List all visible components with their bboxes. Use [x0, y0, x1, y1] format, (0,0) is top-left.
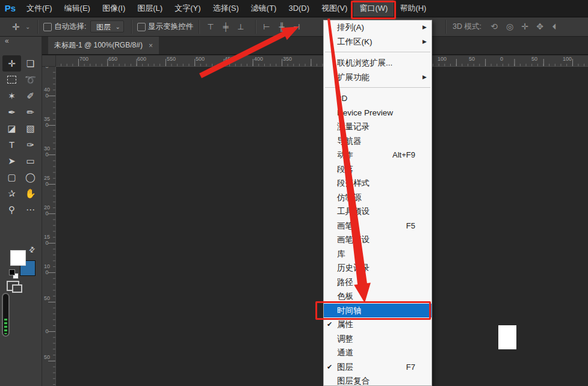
dropdown-value: 图层 [96, 23, 111, 31]
lasso-tool[interactable]: ➰ [21, 72, 40, 88]
menu-item-paragraph[interactable]: 段落 [324, 162, 432, 177]
tool-preset-caret-icon[interactable]: ⌄ [25, 17, 30, 36]
auto-select-target-dropdown[interactable]: 图层⌄ [90, 20, 124, 32]
eyedropper-tool[interactable]: ✒ [2, 104, 21, 120]
menu-item-extensions[interactable]: 扩展功能▶ [324, 70, 432, 85]
screen-mode-icon[interactable] [12, 284, 22, 293]
rounded-rectangle-tool[interactable]: ▢ [2, 169, 21, 185]
pen-tool[interactable]: ✑ [21, 136, 40, 153]
menu-item-channels[interactable]: 通道 [324, 346, 432, 360]
menu-separator [324, 84, 432, 91]
options-bar: ✛ ⌄ 自动选择: 图层⌄ 显示变换控件 ⊤╪⊥⊢╫⊣ 3D 模式: ⟲◎✛✥⏴ [0, 17, 588, 37]
zoom-tool[interactable]: ⚲ [2, 201, 21, 218]
foreground-color-swatch[interactable] [10, 250, 26, 266]
menu-item-label: 画笔预设 [337, 235, 370, 244]
align-bottom-edges-icon[interactable]: ⊥ [235, 17, 247, 36]
show-transform-checkbox[interactable] [137, 23, 146, 31]
menu-item-layers[interactable]: 图层✔F7 [324, 360, 432, 375]
menubar-item-window[interactable]: 窗口(W) [353, 0, 394, 17]
menu-item-clone-source[interactable]: 仿制源 [324, 191, 432, 205]
auto-select-label: 自动选择: [54, 17, 86, 36]
brush-tool[interactable]: ✐ [21, 88, 40, 104]
default-colors-icon[interactable] [9, 269, 15, 275]
collapse-panel-icon[interactable]: « [5, 37, 9, 45]
orbit-3d-icon[interactable]: ⟲ [487, 17, 501, 36]
more-tools[interactable]: ⋯ [21, 201, 40, 218]
menu-item-arrange[interactable]: 排列(A)▶ [324, 20, 432, 35]
ruler-origin-corner [42, 55, 56, 67]
options-separator [37, 20, 39, 34]
menubar-item-filter[interactable]: 滤镜(T) [245, 0, 283, 17]
menubar-item-3d[interactable]: 3D(D) [282, 0, 315, 17]
menu-item-device-preview[interactable]: Device Preview [324, 106, 432, 120]
hand-tool[interactable]: ✋ [21, 185, 40, 201]
menubar-item-select[interactable]: 选择(S) [206, 0, 244, 17]
menu-item-properties[interactable]: 属性✔ [324, 317, 432, 332]
eraser-tool[interactable]: ◪ [2, 120, 21, 136]
custom-shape-tool[interactable]: ✰ [2, 185, 21, 201]
menu-item-label: 扩展功能 [337, 73, 370, 82]
menu-item-brush[interactable]: 画笔F5 [324, 219, 432, 233]
move-tool[interactable]: ✛ [2, 55, 21, 72]
menubar-item-edit[interactable]: 编辑(E) [58, 0, 96, 17]
align-right-edges-icon[interactable]: ⊣ [291, 17, 303, 36]
roll-3d-icon[interactable]: ◎ [503, 17, 516, 36]
rectangle-tool[interactable]: ▭ [21, 153, 40, 169]
swap-colors-icon[interactable]: ⇄ [27, 244, 37, 254]
slide-3d-icon[interactable]: ✥ [533, 17, 546, 36]
menu-item-browse-extensions-online[interactable]: 联机浏览扩展... [324, 56, 432, 70]
auto-select-checkbox[interactable] [43, 23, 52, 31]
menu-item-swatches[interactable]: 色板 [324, 289, 432, 304]
v-ruler-label: 400 [44, 87, 50, 99]
menu-item-timeline[interactable]: 时间轴 [324, 304, 432, 318]
align-left-edges-icon[interactable]: ⊢ [261, 17, 273, 36]
menubar-item-type[interactable]: 文字(Y) [169, 0, 206, 17]
path-select-tool[interactable]: ➤ [2, 153, 21, 169]
menu-item-tool-presets[interactable]: 工具预设 [324, 204, 432, 219]
type-tool[interactable]: T [2, 136, 21, 153]
gradient-tool[interactable]: ▧ [21, 120, 40, 136]
align-top-edges-icon[interactable]: ⊤ [205, 17, 217, 36]
close-tab-icon[interactable]: × [149, 41, 153, 50]
menu-item-label: Device Preview [337, 108, 393, 117]
move-tool-options-icon[interactable]: ✛ [12, 17, 20, 36]
menu-item-brush-presets[interactable]: 画笔预设 [324, 233, 432, 247]
menu-item-history[interactable]: 历史记录 [324, 261, 432, 275]
menu-item-3d[interactable]: 3D [324, 91, 432, 106]
vertical-ruler[interactable]: 45040035030025020015010050050 [42, 66, 56, 386]
align-vertical-centers-icon[interactable]: ╪ [220, 17, 232, 36]
document-artboard[interactable] [498, 325, 516, 349]
menu-item-adjustments[interactable]: 调整 [324, 332, 432, 346]
v-ruler-label: 50 [44, 354, 50, 360]
align-horizontal-centers-icon[interactable]: ╫ [276, 17, 288, 36]
magic-wand-tool[interactable]: ✶ [2, 88, 21, 104]
menu-item-paths[interactable]: 路径 [324, 275, 432, 290]
menu-item-navigator[interactable]: 导航器 [324, 134, 432, 149]
v-ruler-label: 0 [44, 328, 50, 334]
artboard-tool[interactable]: ❏ [21, 55, 40, 72]
menu-item-measurement-log[interactable]: 测量记录 [324, 120, 432, 134]
document-tab-title: 未标题-1 @ 100%(RGB/8#) [54, 40, 143, 51]
menu-item-actions[interactable]: 动作Alt+F9 [324, 148, 432, 162]
menubar-item-layer[interactable]: 图层(L) [131, 0, 169, 17]
pencil-tool[interactable]: ✏ [21, 104, 40, 120]
menu-item-workspace[interactable]: 工作区(K)▶ [324, 35, 432, 49]
checkmark-icon: ✔ [327, 360, 332, 375]
menubar-item-file[interactable]: 文件(F) [20, 0, 58, 17]
menu-item-label: 图层复合 [337, 376, 370, 385]
camera-3d-icon[interactable]: ⏴ [548, 17, 561, 36]
horizontal-ruler[interactable]: 70065060055050045040035010050050100 [42, 55, 588, 67]
menu-item-label: 调整 [337, 334, 353, 343]
menu-item-paragraph-styles[interactable]: 段落样式 [324, 176, 432, 191]
ellipse-tool[interactable]: ◯ [21, 169, 40, 185]
menubar-item-image[interactable]: 图像(I) [96, 0, 131, 17]
pan-3d-icon[interactable]: ✛ [518, 17, 531, 36]
menu-item-layer-comps[interactable]: 图层复合 [324, 374, 432, 386]
document-tab[interactable]: 未标题-1 @ 100%(RGB/8#) × [48, 37, 159, 54]
v-ruler-label: 300 [44, 146, 50, 158]
menubar-item-view[interactable]: 视图(V) [315, 0, 353, 17]
menubar-item-help[interactable]: 帮助(H) [394, 0, 432, 17]
menu-item-libraries[interactable]: 库 [324, 247, 432, 262]
marquee-tool[interactable] [2, 72, 21, 88]
menu-item-label: 段落样式 [337, 179, 370, 188]
